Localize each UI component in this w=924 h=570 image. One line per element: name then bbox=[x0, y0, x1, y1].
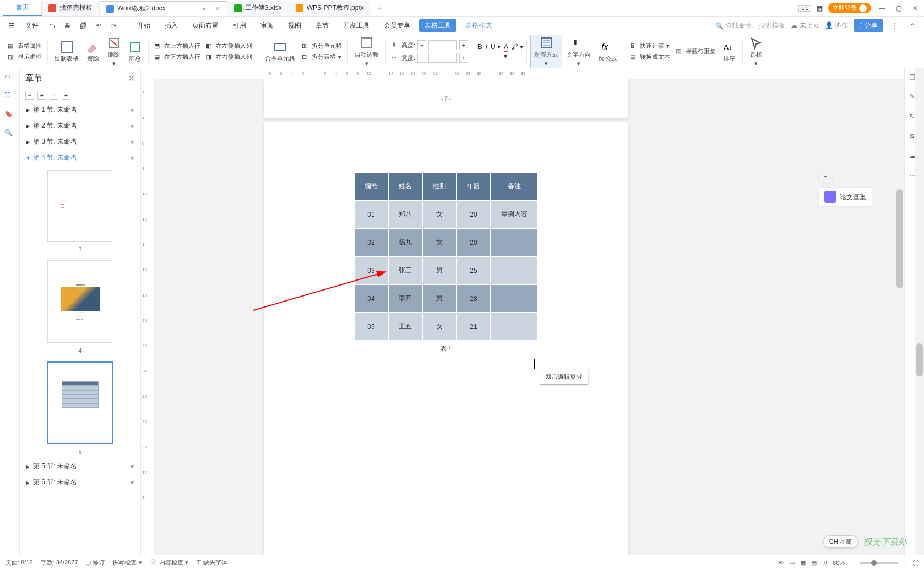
table-cell[interactable]: 王五 bbox=[388, 313, 422, 341]
menu-view[interactable]: 视图 bbox=[282, 21, 307, 30]
table-header[interactable]: 备注 bbox=[491, 172, 538, 200]
delete-button[interactable]: 删除 ▾ bbox=[104, 35, 124, 68]
height-field[interactable] bbox=[428, 40, 457, 50]
cloud-status[interactable]: ☁ 未上云 bbox=[791, 21, 819, 30]
undo-icon[interactable]: ↶ bbox=[93, 20, 105, 32]
save-icon[interactable]: 🗀 bbox=[46, 20, 58, 32]
table-cell[interactable]: 张三 bbox=[388, 256, 422, 284]
page-thumb-5[interactable] bbox=[47, 361, 113, 444]
table-cell[interactable]: 女 bbox=[422, 228, 456, 256]
table-properties-button[interactable]: ▦表格属性 bbox=[6, 41, 44, 51]
menu-member[interactable]: 会员专享 bbox=[378, 21, 416, 30]
zoom-slider[interactable] bbox=[860, 562, 898, 564]
login-button[interactable]: 立即登录 bbox=[828, 3, 871, 13]
table-cell[interactable]: 男 bbox=[422, 256, 456, 284]
print-preview-icon[interactable]: 🗐 bbox=[77, 20, 89, 32]
insert-row-below-button[interactable]: ⬓在下方插入行 bbox=[152, 52, 203, 62]
rail-bookmark-icon[interactable]: 🔖 bbox=[4, 110, 15, 121]
tab-ppt[interactable]: WPS PPT教程.pptx bbox=[289, 1, 371, 16]
table-cell[interactable] bbox=[491, 313, 538, 341]
float-collapse-icon[interactable]: ⌃ bbox=[818, 173, 833, 184]
nav-close-icon[interactable]: ✕ bbox=[128, 73, 135, 84]
highlight-button[interactable]: 🖍 ▾ bbox=[512, 43, 523, 60]
section-3[interactable]: ▸第 3 节: 未命名▾ bbox=[20, 134, 140, 150]
table-cell[interactable]: 女 bbox=[422, 313, 456, 341]
table-cell[interactable] bbox=[491, 228, 538, 256]
status-page[interactable]: 页面: 8/12 bbox=[6, 558, 33, 567]
window-minimize[interactable]: ― bbox=[877, 3, 888, 14]
text-direction-button[interactable]: Ⅱ文字方向 ▾ bbox=[563, 35, 594, 68]
window-maximize[interactable]: ▢ bbox=[893, 3, 904, 14]
menu-chapter[interactable]: 章节 bbox=[310, 21, 334, 30]
table-cell[interactable]: 20 bbox=[456, 228, 491, 256]
menu-review[interactable]: 审阅 bbox=[255, 21, 279, 30]
table-cell[interactable]: 25 bbox=[456, 256, 491, 284]
status-track[interactable]: ▢ 修订 bbox=[85, 558, 105, 567]
menu-icon[interactable]: ☰ bbox=[6, 20, 18, 32]
table-cell[interactable]: 21 bbox=[456, 313, 491, 341]
table-cell[interactable]: 28 bbox=[456, 284, 491, 313]
nav-tool-expand[interactable]: + bbox=[37, 91, 46, 100]
nav-scrollbar[interactable] bbox=[915, 68, 924, 570]
table-cell[interactable]: 05 bbox=[354, 313, 388, 341]
share-button[interactable]: ⤴ 分享 bbox=[854, 19, 883, 32]
tab-xlsx[interactable]: 工作簿3.xlsx bbox=[227, 1, 289, 16]
more-icon[interactable]: ⋮ bbox=[889, 20, 901, 32]
bold-button[interactable]: B bbox=[477, 43, 482, 60]
status-content[interactable]: 📄 内容检查 ▾ bbox=[150, 558, 188, 567]
menu-developer[interactable]: 开发工具 bbox=[338, 21, 375, 30]
table-cell[interactable]: 20 bbox=[456, 200, 491, 228]
table-row[interactable]: 01郑八女20举例内容 bbox=[354, 200, 538, 228]
menu-table-style[interactable]: 表格样式 bbox=[460, 21, 497, 30]
table-cell[interactable]: 李四 bbox=[388, 284, 422, 313]
section-2[interactable]: ▸第 2 节: 未命名▾ bbox=[20, 118, 140, 134]
file-menu[interactable]: 文件 bbox=[21, 21, 43, 30]
menu-table-tools[interactable]: 表格工具 bbox=[419, 19, 456, 32]
tab-template[interactable]: 找稻壳模板 bbox=[42, 1, 100, 16]
section-4[interactable]: ▾第 4 节: 未命名▾ bbox=[20, 150, 140, 166]
tab-pin-icon[interactable]: ● bbox=[202, 5, 206, 13]
rail-page-icon[interactable]: ▭ bbox=[4, 73, 15, 84]
doc-scrollbar[interactable] bbox=[895, 79, 904, 570]
table-header[interactable]: 姓名 bbox=[388, 172, 422, 200]
page-thumb-3[interactable]: ━━━━━━ ━━ ━ bbox=[47, 170, 113, 242]
insert-col-left-button[interactable]: ◧在左侧插入列 bbox=[204, 41, 254, 51]
menu-start[interactable]: 开始 bbox=[132, 21, 156, 30]
convert-text-button[interactable]: ▤转换成文本 bbox=[628, 52, 672, 62]
fit-icon[interactable]: ⊡ bbox=[822, 559, 827, 566]
table-header[interactable]: 编号 bbox=[354, 172, 388, 200]
insert-col-right-button[interactable]: ◨在右侧插入列 bbox=[204, 52, 254, 62]
page-current[interactable]: 编号姓名性别年龄备注 01郑八女20举例内容02杨九女2003张三男2504李四… bbox=[264, 122, 628, 562]
summary-button[interactable]: 汇总 bbox=[125, 39, 145, 64]
zoom-in-button[interactable]: + bbox=[904, 560, 907, 566]
table-cell[interactable]: 02 bbox=[354, 228, 388, 256]
status-words[interactable]: 字数: 34/2877 bbox=[41, 558, 78, 567]
align-button[interactable]: 对齐方式 ▾ bbox=[530, 35, 562, 69]
tab-close-icon[interactable]: ✕ bbox=[215, 5, 220, 13]
menu-page-layout[interactable]: 页面布局 bbox=[187, 21, 224, 30]
rail-search-icon[interactable]: 🔍 bbox=[4, 129, 15, 140]
row-height-input[interactable]: ⇕高度:−+ bbox=[389, 39, 470, 51]
table-header[interactable]: 年龄 bbox=[456, 172, 491, 200]
table-cell[interactable]: 举例内容 bbox=[491, 200, 538, 228]
height-inc[interactable]: + bbox=[459, 40, 468, 50]
select-button[interactable]: 选择 ▾ bbox=[746, 35, 766, 68]
new-tab-button[interactable]: + bbox=[371, 3, 388, 13]
section-5[interactable]: ▸第 5 节: 未命名▾ bbox=[20, 458, 140, 474]
reading-mode-icon[interactable]: 1:1 bbox=[798, 5, 811, 12]
draw-table-button[interactable]: 绘制表格 bbox=[51, 39, 82, 64]
rail-nav-icon[interactable]: ☷ bbox=[4, 91, 15, 102]
font-color-button[interactable]: A ▾ bbox=[504, 43, 508, 60]
collapse-ribbon-icon[interactable]: ⌃ bbox=[906, 20, 918, 32]
section-1[interactable]: ▸第 1 节: 未命名▾ bbox=[20, 102, 140, 118]
show-gridlines-button[interactable]: ▧显示虚框 bbox=[6, 52, 44, 62]
menu-reference[interactable]: 引用 bbox=[227, 21, 252, 30]
app-grid-icon[interactable]: ▦ bbox=[817, 4, 823, 12]
eraser-button[interactable]: 擦除 bbox=[83, 39, 103, 64]
merge-cells-button[interactable]: 合并单元格 bbox=[262, 39, 298, 64]
nav-tool-collapse[interactable]: − bbox=[25, 91, 34, 100]
width-dec[interactable]: − bbox=[417, 53, 426, 63]
view-outline-icon[interactable]: ▤ bbox=[811, 559, 817, 566]
table-cell[interactable]: 01 bbox=[354, 200, 388, 228]
col-width-input[interactable]: ⇔宽度:−+ bbox=[389, 52, 470, 64]
